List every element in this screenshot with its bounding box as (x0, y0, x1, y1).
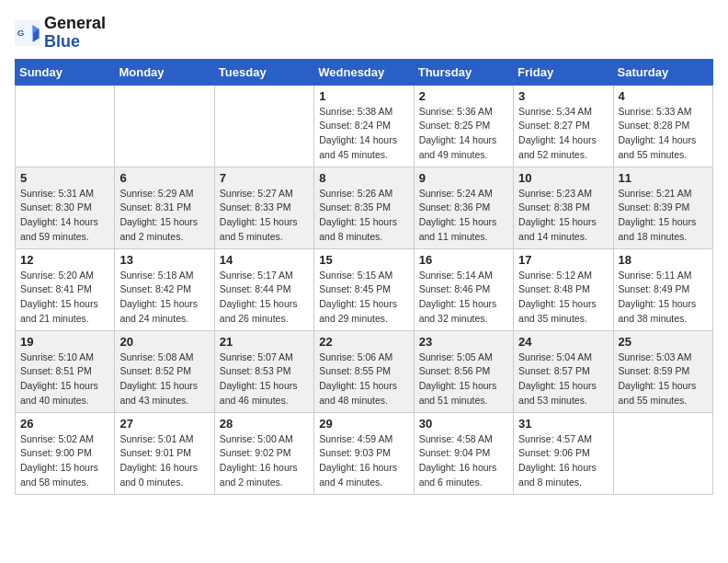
calendar-day-cell: 31Sunrise: 4:57 AM Sunset: 9:06 PM Dayli… (514, 412, 613, 494)
calendar-day-cell (16, 85, 115, 167)
logo: G GeneralBlue (15, 15, 106, 52)
day-detail: Sunrise: 5:33 AM Sunset: 8:28 PM Dayligh… (619, 105, 708, 163)
day-detail: Sunrise: 5:34 AM Sunset: 8:27 PM Dayligh… (518, 105, 608, 163)
day-number: 31 (518, 417, 608, 431)
day-detail: Sunrise: 5:10 AM Sunset: 8:51 PM Dayligh… (20, 350, 109, 408)
calendar-day-cell: 25Sunrise: 5:03 AM Sunset: 8:59 PM Dayli… (613, 330, 712, 412)
day-number: 21 (220, 335, 309, 349)
day-detail: Sunrise: 5:06 AM Sunset: 8:55 PM Dayligh… (319, 350, 408, 408)
calendar-day-cell: 30Sunrise: 4:58 AM Sunset: 9:04 PM Dayli… (414, 412, 513, 494)
day-of-week-header: Saturday (613, 59, 712, 85)
day-number: 8 (319, 171, 408, 185)
calendar-day-cell: 20Sunrise: 5:08 AM Sunset: 8:52 PM Dayli… (115, 330, 214, 412)
calendar-day-cell: 1Sunrise: 5:38 AM Sunset: 8:24 PM Daylig… (314, 85, 414, 167)
day-number: 2 (419, 89, 508, 103)
day-number: 16 (419, 253, 508, 267)
calendar-day-cell: 10Sunrise: 5:23 AM Sunset: 8:38 PM Dayli… (514, 167, 613, 248)
calendar-week-row: 19Sunrise: 5:10 AM Sunset: 8:51 PM Dayli… (16, 330, 713, 412)
day-of-week-header: Monday (115, 59, 214, 85)
logo-text: GeneralBlue (44, 15, 106, 52)
calendar-header-row: SundayMondayTuesdayWednesdayThursdayFrid… (16, 59, 713, 85)
day-detail: Sunrise: 4:59 AM Sunset: 9:03 PM Dayligh… (319, 432, 408, 490)
day-detail: Sunrise: 5:24 AM Sunset: 8:36 PM Dayligh… (419, 187, 508, 245)
day-number: 9 (419, 171, 508, 185)
day-of-week-header: Sunday (16, 59, 115, 85)
day-number: 1 (319, 89, 408, 103)
calendar-day-cell (613, 412, 712, 494)
day-detail: Sunrise: 4:58 AM Sunset: 9:04 PM Dayligh… (419, 432, 508, 490)
day-number: 29 (319, 417, 408, 431)
day-number: 10 (518, 171, 608, 185)
day-detail: Sunrise: 5:07 AM Sunset: 8:53 PM Dayligh… (220, 350, 309, 408)
day-number: 19 (20, 335, 109, 349)
calendar-day-cell: 27Sunrise: 5:01 AM Sunset: 9:01 PM Dayli… (115, 412, 214, 494)
calendar-day-cell: 12Sunrise: 5:20 AM Sunset: 8:41 PM Dayli… (16, 248, 115, 330)
day-detail: Sunrise: 5:14 AM Sunset: 8:46 PM Dayligh… (419, 269, 508, 327)
day-number: 28 (220, 417, 309, 431)
day-detail: Sunrise: 5:27 AM Sunset: 8:33 PM Dayligh… (220, 187, 309, 245)
calendar-day-cell: 3Sunrise: 5:34 AM Sunset: 8:27 PM Daylig… (514, 85, 613, 167)
day-number: 22 (319, 335, 408, 349)
day-detail: Sunrise: 5:20 AM Sunset: 8:41 PM Dayligh… (20, 269, 109, 327)
day-detail: Sunrise: 5:12 AM Sunset: 8:48 PM Dayligh… (518, 269, 608, 327)
day-detail: Sunrise: 5:26 AM Sunset: 8:35 PM Dayligh… (319, 187, 408, 245)
day-detail: Sunrise: 4:57 AM Sunset: 9:06 PM Dayligh… (518, 432, 608, 490)
svg-text:G: G (17, 28, 25, 38)
calendar-day-cell: 15Sunrise: 5:15 AM Sunset: 8:45 PM Dayli… (314, 248, 414, 330)
calendar-day-cell: 24Sunrise: 5:04 AM Sunset: 8:57 PM Dayli… (514, 330, 613, 412)
day-number: 20 (119, 335, 209, 349)
day-number: 3 (518, 89, 608, 103)
day-detail: Sunrise: 5:23 AM Sunset: 8:38 PM Dayligh… (518, 187, 608, 245)
day-number: 14 (220, 253, 309, 267)
day-of-week-header: Wednesday (314, 59, 414, 85)
calendar-day-cell (214, 85, 313, 167)
day-number: 26 (20, 417, 109, 431)
calendar-day-cell: 4Sunrise: 5:33 AM Sunset: 8:28 PM Daylig… (613, 85, 712, 167)
calendar-day-cell: 6Sunrise: 5:29 AM Sunset: 8:31 PM Daylig… (115, 167, 214, 248)
calendar-day-cell: 9Sunrise: 5:24 AM Sunset: 8:36 PM Daylig… (414, 167, 513, 248)
calendar-day-cell: 19Sunrise: 5:10 AM Sunset: 8:51 PM Dayli… (16, 330, 115, 412)
calendar-day-cell: 28Sunrise: 5:00 AM Sunset: 9:02 PM Dayli… (214, 412, 313, 494)
day-number: 18 (619, 253, 708, 267)
day-detail: Sunrise: 5:21 AM Sunset: 8:39 PM Dayligh… (619, 187, 708, 245)
calendar-day-cell: 26Sunrise: 5:02 AM Sunset: 9:00 PM Dayli… (16, 412, 115, 494)
day-number: 13 (119, 253, 209, 267)
day-number: 30 (419, 417, 508, 431)
calendar-table: SundayMondayTuesdayWednesdayThursdayFrid… (15, 59, 713, 495)
day-number: 11 (619, 171, 708, 185)
calendar-day-cell: 14Sunrise: 5:17 AM Sunset: 8:44 PM Dayli… (214, 248, 313, 330)
calendar-day-cell: 16Sunrise: 5:14 AM Sunset: 8:46 PM Dayli… (414, 248, 513, 330)
calendar-day-cell: 13Sunrise: 5:18 AM Sunset: 8:42 PM Dayli… (115, 248, 214, 330)
page-header: G GeneralBlue (15, 15, 713, 52)
day-number: 23 (419, 335, 508, 349)
day-number: 12 (20, 253, 109, 267)
day-detail: Sunrise: 5:38 AM Sunset: 8:24 PM Dayligh… (319, 105, 408, 163)
calendar-day-cell: 11Sunrise: 5:21 AM Sunset: 8:39 PM Dayli… (613, 167, 712, 248)
day-detail: Sunrise: 5:04 AM Sunset: 8:57 PM Dayligh… (518, 350, 608, 408)
day-detail: Sunrise: 5:18 AM Sunset: 8:42 PM Dayligh… (119, 269, 209, 327)
calendar-day-cell: 29Sunrise: 4:59 AM Sunset: 9:03 PM Dayli… (314, 412, 414, 494)
day-number: 27 (119, 417, 209, 431)
day-detail: Sunrise: 5:01 AM Sunset: 9:01 PM Dayligh… (119, 432, 209, 490)
calendar-day-cell: 7Sunrise: 5:27 AM Sunset: 8:33 PM Daylig… (214, 167, 313, 248)
day-number: 5 (20, 171, 109, 185)
day-of-week-header: Tuesday (214, 59, 313, 85)
day-detail: Sunrise: 5:05 AM Sunset: 8:56 PM Dayligh… (419, 350, 508, 408)
day-number: 15 (319, 253, 408, 267)
day-number: 17 (518, 253, 608, 267)
calendar-week-row: 12Sunrise: 5:20 AM Sunset: 8:41 PM Dayli… (16, 248, 713, 330)
calendar-day-cell: 21Sunrise: 5:07 AM Sunset: 8:53 PM Dayli… (214, 330, 313, 412)
calendar-week-row: 26Sunrise: 5:02 AM Sunset: 9:00 PM Dayli… (16, 412, 713, 494)
day-number: 24 (518, 335, 608, 349)
day-detail: Sunrise: 5:36 AM Sunset: 8:25 PM Dayligh… (419, 105, 508, 163)
day-number: 6 (119, 171, 209, 185)
day-detail: Sunrise: 5:03 AM Sunset: 8:59 PM Dayligh… (619, 350, 708, 408)
day-detail: Sunrise: 5:17 AM Sunset: 8:44 PM Dayligh… (220, 269, 309, 327)
calendar-day-cell: 2Sunrise: 5:36 AM Sunset: 8:25 PM Daylig… (414, 85, 513, 167)
day-of-week-header: Friday (514, 59, 613, 85)
calendar-day-cell: 22Sunrise: 5:06 AM Sunset: 8:55 PM Dayli… (314, 330, 414, 412)
calendar-day-cell: 23Sunrise: 5:05 AM Sunset: 8:56 PM Dayli… (414, 330, 513, 412)
day-detail: Sunrise: 5:11 AM Sunset: 8:49 PM Dayligh… (619, 269, 708, 327)
logo-icon: G (15, 20, 40, 46)
day-detail: Sunrise: 5:15 AM Sunset: 8:45 PM Dayligh… (319, 269, 408, 327)
